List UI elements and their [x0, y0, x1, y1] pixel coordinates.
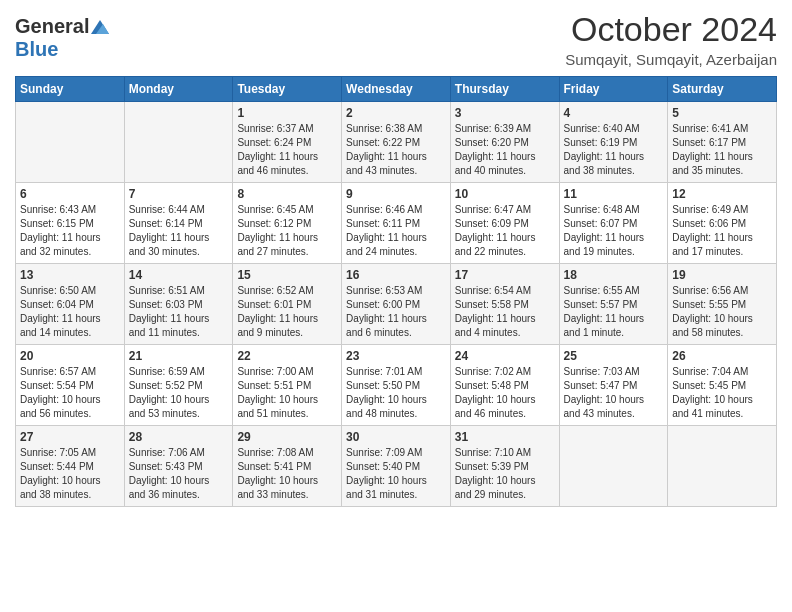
calendar-cell: 11Sunrise: 6:48 AM Sunset: 6:07 PM Dayli…: [559, 183, 668, 264]
calendar-cell: 6Sunrise: 6:43 AM Sunset: 6:15 PM Daylig…: [16, 183, 125, 264]
day-number: 2: [346, 106, 446, 120]
day-content: Sunrise: 6:46 AM Sunset: 6:11 PM Dayligh…: [346, 203, 446, 259]
calendar-week-row: 1Sunrise: 6:37 AM Sunset: 6:24 PM Daylig…: [16, 102, 777, 183]
day-content: Sunrise: 6:56 AM Sunset: 5:55 PM Dayligh…: [672, 284, 772, 340]
calendar-cell: 22Sunrise: 7:00 AM Sunset: 5:51 PM Dayli…: [233, 345, 342, 426]
day-content: Sunrise: 6:44 AM Sunset: 6:14 PM Dayligh…: [129, 203, 229, 259]
calendar-cell: 1Sunrise: 6:37 AM Sunset: 6:24 PM Daylig…: [233, 102, 342, 183]
day-number: 17: [455, 268, 555, 282]
day-number: 14: [129, 268, 229, 282]
logo: General Blue: [15, 10, 109, 61]
day-header-saturday: Saturday: [668, 77, 777, 102]
calendar-cell: 17Sunrise: 6:54 AM Sunset: 5:58 PM Dayli…: [450, 264, 559, 345]
day-number: 31: [455, 430, 555, 444]
day-number: 10: [455, 187, 555, 201]
calendar-cell: [124, 102, 233, 183]
day-content: Sunrise: 7:10 AM Sunset: 5:39 PM Dayligh…: [455, 446, 555, 502]
day-number: 24: [455, 349, 555, 363]
day-content: Sunrise: 6:40 AM Sunset: 6:19 PM Dayligh…: [564, 122, 664, 178]
day-number: 22: [237, 349, 337, 363]
day-content: Sunrise: 6:55 AM Sunset: 5:57 PM Dayligh…: [564, 284, 664, 340]
day-header-tuesday: Tuesday: [233, 77, 342, 102]
calendar-header-row: SundayMondayTuesdayWednesdayThursdayFrid…: [16, 77, 777, 102]
day-content: Sunrise: 7:05 AM Sunset: 5:44 PM Dayligh…: [20, 446, 120, 502]
calendar-cell: 15Sunrise: 6:52 AM Sunset: 6:01 PM Dayli…: [233, 264, 342, 345]
day-content: Sunrise: 6:59 AM Sunset: 5:52 PM Dayligh…: [129, 365, 229, 421]
calendar-cell: 8Sunrise: 6:45 AM Sunset: 6:12 PM Daylig…: [233, 183, 342, 264]
logo-general-text: General: [15, 15, 89, 38]
day-content: Sunrise: 6:47 AM Sunset: 6:09 PM Dayligh…: [455, 203, 555, 259]
day-number: 12: [672, 187, 772, 201]
calendar-cell: 28Sunrise: 7:06 AM Sunset: 5:43 PM Dayli…: [124, 426, 233, 507]
calendar-cell: 4Sunrise: 6:40 AM Sunset: 6:19 PM Daylig…: [559, 102, 668, 183]
calendar-cell: 24Sunrise: 7:02 AM Sunset: 5:48 PM Dayli…: [450, 345, 559, 426]
calendar-week-row: 13Sunrise: 6:50 AM Sunset: 6:04 PM Dayli…: [16, 264, 777, 345]
logo-blue-text: Blue: [15, 38, 58, 61]
calendar-cell: 23Sunrise: 7:01 AM Sunset: 5:50 PM Dayli…: [342, 345, 451, 426]
calendar-cell: 13Sunrise: 6:50 AM Sunset: 6:04 PM Dayli…: [16, 264, 125, 345]
day-content: Sunrise: 7:06 AM Sunset: 5:43 PM Dayligh…: [129, 446, 229, 502]
calendar-cell: 20Sunrise: 6:57 AM Sunset: 5:54 PM Dayli…: [16, 345, 125, 426]
day-number: 21: [129, 349, 229, 363]
calendar-cell: 12Sunrise: 6:49 AM Sunset: 6:06 PM Dayli…: [668, 183, 777, 264]
logo-icon: [91, 20, 109, 34]
day-header-sunday: Sunday: [16, 77, 125, 102]
day-content: Sunrise: 6:43 AM Sunset: 6:15 PM Dayligh…: [20, 203, 120, 259]
day-number: 30: [346, 430, 446, 444]
day-content: Sunrise: 7:08 AM Sunset: 5:41 PM Dayligh…: [237, 446, 337, 502]
calendar-cell: 2Sunrise: 6:38 AM Sunset: 6:22 PM Daylig…: [342, 102, 451, 183]
calendar-cell: 3Sunrise: 6:39 AM Sunset: 6:20 PM Daylig…: [450, 102, 559, 183]
day-number: 8: [237, 187, 337, 201]
day-content: Sunrise: 7:01 AM Sunset: 5:50 PM Dayligh…: [346, 365, 446, 421]
calendar-cell: 21Sunrise: 6:59 AM Sunset: 5:52 PM Dayli…: [124, 345, 233, 426]
day-content: Sunrise: 6:53 AM Sunset: 6:00 PM Dayligh…: [346, 284, 446, 340]
day-content: Sunrise: 6:41 AM Sunset: 6:17 PM Dayligh…: [672, 122, 772, 178]
day-number: 9: [346, 187, 446, 201]
day-content: Sunrise: 6:54 AM Sunset: 5:58 PM Dayligh…: [455, 284, 555, 340]
page-header: General Blue October 2024 Sumqayit, Sumq…: [15, 10, 777, 68]
day-content: Sunrise: 6:52 AM Sunset: 6:01 PM Dayligh…: [237, 284, 337, 340]
calendar-cell: 9Sunrise: 6:46 AM Sunset: 6:11 PM Daylig…: [342, 183, 451, 264]
calendar-cell: 31Sunrise: 7:10 AM Sunset: 5:39 PM Dayli…: [450, 426, 559, 507]
calendar-cell: 25Sunrise: 7:03 AM Sunset: 5:47 PM Dayli…: [559, 345, 668, 426]
calendar-cell: 7Sunrise: 6:44 AM Sunset: 6:14 PM Daylig…: [124, 183, 233, 264]
day-number: 6: [20, 187, 120, 201]
calendar-cell: 30Sunrise: 7:09 AM Sunset: 5:40 PM Dayli…: [342, 426, 451, 507]
calendar-cell: 27Sunrise: 7:05 AM Sunset: 5:44 PM Dayli…: [16, 426, 125, 507]
month-title: October 2024: [565, 10, 777, 49]
day-header-monday: Monday: [124, 77, 233, 102]
calendar-cell: 19Sunrise: 6:56 AM Sunset: 5:55 PM Dayli…: [668, 264, 777, 345]
calendar-cell: 16Sunrise: 6:53 AM Sunset: 6:00 PM Dayli…: [342, 264, 451, 345]
day-content: Sunrise: 6:37 AM Sunset: 6:24 PM Dayligh…: [237, 122, 337, 178]
day-number: 19: [672, 268, 772, 282]
day-content: Sunrise: 6:45 AM Sunset: 6:12 PM Dayligh…: [237, 203, 337, 259]
day-number: 1: [237, 106, 337, 120]
day-number: 13: [20, 268, 120, 282]
day-number: 25: [564, 349, 664, 363]
day-number: 18: [564, 268, 664, 282]
day-header-friday: Friday: [559, 77, 668, 102]
day-content: Sunrise: 6:57 AM Sunset: 5:54 PM Dayligh…: [20, 365, 120, 421]
calendar-cell: [559, 426, 668, 507]
day-content: Sunrise: 7:04 AM Sunset: 5:45 PM Dayligh…: [672, 365, 772, 421]
day-content: Sunrise: 6:48 AM Sunset: 6:07 PM Dayligh…: [564, 203, 664, 259]
calendar-cell: 14Sunrise: 6:51 AM Sunset: 6:03 PM Dayli…: [124, 264, 233, 345]
day-content: Sunrise: 6:51 AM Sunset: 6:03 PM Dayligh…: [129, 284, 229, 340]
day-content: Sunrise: 6:49 AM Sunset: 6:06 PM Dayligh…: [672, 203, 772, 259]
day-header-thursday: Thursday: [450, 77, 559, 102]
day-number: 28: [129, 430, 229, 444]
day-number: 16: [346, 268, 446, 282]
calendar-cell: [16, 102, 125, 183]
day-content: Sunrise: 7:09 AM Sunset: 5:40 PM Dayligh…: [346, 446, 446, 502]
day-number: 11: [564, 187, 664, 201]
day-header-wednesday: Wednesday: [342, 77, 451, 102]
calendar-cell: 26Sunrise: 7:04 AM Sunset: 5:45 PM Dayli…: [668, 345, 777, 426]
day-content: Sunrise: 7:03 AM Sunset: 5:47 PM Dayligh…: [564, 365, 664, 421]
day-number: 7: [129, 187, 229, 201]
calendar-week-row: 6Sunrise: 6:43 AM Sunset: 6:15 PM Daylig…: [16, 183, 777, 264]
day-content: Sunrise: 6:39 AM Sunset: 6:20 PM Dayligh…: [455, 122, 555, 178]
calendar-table: SundayMondayTuesdayWednesdayThursdayFrid…: [15, 76, 777, 507]
calendar-week-row: 20Sunrise: 6:57 AM Sunset: 5:54 PM Dayli…: [16, 345, 777, 426]
day-number: 20: [20, 349, 120, 363]
day-number: 3: [455, 106, 555, 120]
